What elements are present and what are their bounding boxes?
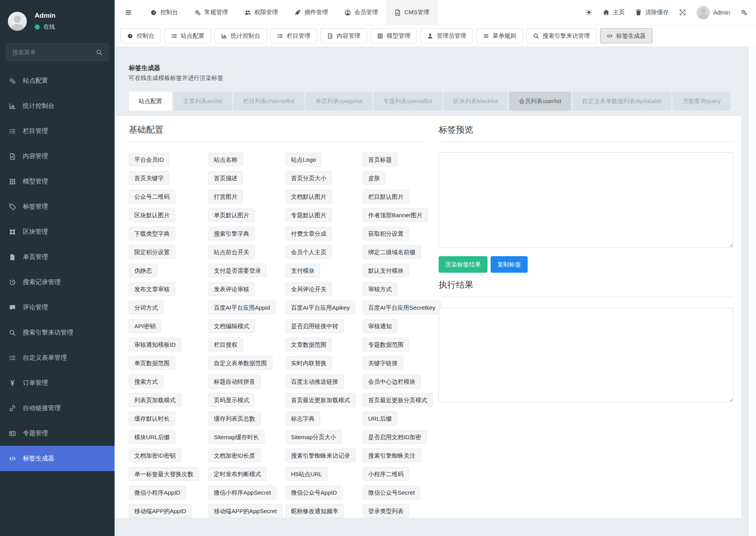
tag-button[interactable]: 微信小程序AppSecret [208,486,276,499]
tag-button[interactable]: URL后缀 [363,412,397,425]
sidebar-item[interactable]: 专题管理 [0,421,115,446]
tag-button[interactable]: 搜索引擎蜘蛛来访记录 [285,449,356,462]
tag-button[interactable]: 缓存默认时长 [129,412,175,425]
sidebar-item[interactable]: 评论管理 [0,295,115,320]
home-button[interactable]: 主页 [603,9,624,16]
tag-button[interactable]: 自定义表单数据范围 [208,356,272,370]
tag-button[interactable]: 关键字链接 [363,356,403,370]
topnav-item[interactable]: 权限管理 [236,0,286,25]
tag-button[interactable]: 发表评论审核 [208,282,255,296]
toolbar-button[interactable]: 标签生成器 [600,28,652,43]
tag-button[interactable]: 百度AI平台应用Appid [208,301,276,314]
toolbar-button[interactable]: 搜索引擎来访管理 [526,28,597,43]
tag-button[interactable]: H5站点URL [285,467,328,481]
sidebar-item[interactable]: 单页管理 [0,244,115,270]
tag-button[interactable]: 文章数据范围 [285,338,332,351]
tag-button[interactable]: 获取积分设置 [363,227,409,240]
tag-button[interactable]: API密钥 [129,319,161,333]
tab[interactable]: 区块列表blocklist [443,92,508,111]
toolbar-button[interactable]: 模型管理 [371,28,417,43]
tag-button[interactable]: 微信小程序AppID [129,486,186,499]
tag-button[interactable]: 会员中心边栏模块 [363,375,421,388]
topnav-item[interactable]: 控制台 [142,0,186,25]
tag-button[interactable]: 站点前台开关 [208,245,255,259]
topnav-item[interactable]: 插件管理 [286,0,336,25]
tag-button[interactable]: 皮肤 [363,171,385,185]
tab[interactable]: 自定义表单数据列表diydatalist [572,92,671,111]
tag-button[interactable]: 页码显示模式 [208,393,255,407]
tab[interactable]: 文章列表arclist [173,92,232,111]
tag-button[interactable]: 支付是否需要登录 [208,264,267,277]
tag-button[interactable]: 百度主动推送链接 [285,375,344,388]
clear-cache-button[interactable]: 清除缓存 [635,9,669,16]
tag-button[interactable]: 定时发布判断模式 [208,467,267,481]
sidebar-item[interactable]: 内容管理 [0,144,115,169]
sidebar-item[interactable]: 标签管理 [0,194,115,219]
tag-button[interactable]: 移动端APP的AppID [129,504,192,518]
tag-button[interactable]: 是否启用链接中转 [285,319,344,333]
toolbar-button[interactable]: 菜单规则 [476,28,523,43]
tag-button[interactable]: 绑定二级域名前缀 [363,245,421,259]
sidebar-item[interactable]: 自动链接管理 [0,396,115,421]
tag-button[interactable]: 公众号二维码 [129,190,175,203]
avatar[interactable] [8,12,27,31]
copy-tag-button[interactable]: 复制标签 [491,256,528,273]
sidebar-item[interactable]: 统计控制台 [0,93,115,118]
tag-button[interactable]: 审核方式 [363,282,397,296]
topnav-item[interactable]: 会员管理 [336,0,386,25]
settings-gear-icon[interactable] [741,9,747,16]
tag-button[interactable]: 首页最近更新加载模式 [285,393,356,407]
tag-button[interactable]: Sitemap缓存时长 [208,430,265,444]
tag-button[interactable]: 审核通知 [363,319,397,333]
tag-button[interactable]: 登录类型列表 [363,504,409,518]
tag-button[interactable]: 百度AI平台应用Secretkey [363,301,441,314]
sidebar-item[interactable]: 标签生成器 [0,446,115,471]
toolbar-button[interactable]: 控制台 [120,28,161,43]
sidebar-item[interactable]: 站点配置 [0,68,115,93]
tag-button[interactable]: 单一标签最大替换次数 [129,467,199,481]
tag-button[interactable]: 专题数据范围 [363,338,409,351]
render-tag-button[interactable]: 渲染标签结果 [439,256,487,273]
tag-button[interactable]: 站点Logo [285,153,321,166]
tag-button[interactable]: 百度AI平台应用Apikey [285,301,355,314]
tab[interactable]: 万能查询query [673,92,731,111]
tag-button[interactable]: 站点名称 [208,153,243,166]
tag-button[interactable]: 实时内联替换 [285,356,332,370]
tab[interactable]: 单页列表spagelist [306,92,372,111]
tag-button[interactable]: 区块默认图片 [129,208,175,222]
tag-button[interactable]: 首页分页大小 [285,171,332,185]
tag-button[interactable]: 首页最近更新分页模式 [363,393,433,407]
tag-button[interactable]: 文档加密ID密钥 [129,449,181,462]
toolbar-button[interactable]: 栏目管理 [271,28,317,43]
tag-button[interactable]: 微信公众号AppID [285,486,343,499]
tag-button[interactable]: 文档默认图片 [285,190,332,203]
menu-search-input[interactable] [12,49,96,55]
tag-button[interactable]: 栏目授权 [208,338,243,351]
tag-button[interactable]: 专题默认图片 [285,208,332,222]
tag-button[interactable]: 是否启用文档ID加密 [363,430,427,444]
theme-toggle-icon[interactable] [586,9,592,16]
tag-button[interactable]: 全局评论开关 [285,282,332,296]
toolbar-button[interactable]: 站点配置 [165,28,211,43]
tab[interactable]: 站点配置 [129,92,172,111]
tag-button[interactable]: 缓存列表页总数 [208,412,261,425]
user-menu[interactable]: Admin [697,6,730,19]
tag-button[interactable]: 标题自动转拼音 [208,375,261,388]
sidebar-item[interactable]: 搜索记录管理 [0,270,115,295]
scrollbar-track[interactable] [749,25,756,536]
search-icon[interactable] [96,49,102,55]
fullscreen-icon[interactable] [679,9,686,16]
tag-button[interactable]: 分词方式 [129,301,163,314]
toolbar-button[interactable]: 内容管理 [321,28,367,43]
tag-button[interactable]: 模块URL后缀 [129,430,175,444]
topnav-item[interactable]: CMS管理 [386,0,437,25]
tag-button[interactable]: 搜索引擎字典 [208,227,255,240]
sidebar-item[interactable]: 区块管理 [0,219,115,244]
toolbar-button[interactable]: 统计控制台 [215,28,267,43]
tag-button[interactable]: 标志字典 [285,412,320,425]
tag-button[interactable]: 审核通知模板ID [129,338,181,351]
tab[interactable]: 会员列表userlist [509,92,571,111]
tag-button[interactable]: 下载类型字典 [129,227,175,240]
sidebar-item[interactable]: 搜索引擎来访管理 [0,320,115,345]
tag-preview-textarea[interactable] [439,152,733,248]
